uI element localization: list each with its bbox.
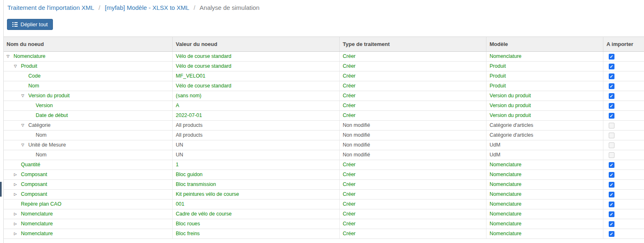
node-value: 001 <box>176 201 185 207</box>
tree-indent <box>7 156 29 156</box>
expand-node-icon[interactable]: ▷ <box>14 221 21 227</box>
table-row: ▷ComposantBloc transmissionCréerNomencla… <box>3 180 644 190</box>
table-row: ▷ComposantBloc guidonCréerNomenclature✓ <box>3 170 644 180</box>
node-name-cell: Nom <box>3 150 172 160</box>
treatment-type: Créer <box>343 112 356 118</box>
expand-node-icon[interactable]: ▷ <box>14 211 21 217</box>
import-checkbox[interactable]: ✓ <box>609 162 614 168</box>
node-name-cell: ▽Produit <box>3 62 172 71</box>
import-checkbox[interactable]: ✓ <box>609 73 614 79</box>
node-name-cell: ▽Unité de Mesure <box>3 140 172 150</box>
treatment-type: Créer <box>343 73 356 79</box>
node-name: Catégorie <box>28 122 50 128</box>
model-cell: Version du produit <box>486 91 603 101</box>
import-checkbox[interactable]: ✓ <box>609 182 614 188</box>
import-cell: ✓ <box>603 190 644 199</box>
tree-indent <box>7 195 14 196</box>
node-value-cell: Vélo de course standard <box>172 62 339 71</box>
node-value: Vélo de course standard <box>176 53 232 59</box>
node-value: UN <box>176 142 183 148</box>
node-name-cell: ▷Nomenclature <box>3 209 172 219</box>
node-name-cell: ▽Version du produit <box>3 91 172 101</box>
node-name: Quantité <box>21 162 40 167</box>
import-checkbox <box>609 123 614 128</box>
import-cell: ✓ <box>603 81 644 91</box>
import-checkbox[interactable]: ✓ <box>609 221 614 227</box>
expand-node-icon[interactable]: ▷ <box>14 231 21 237</box>
tree-indent <box>7 67 14 68</box>
treatment-type: Créer <box>343 93 356 99</box>
import-checkbox[interactable]: ✓ <box>609 211 614 217</box>
tree-indent <box>7 225 14 225</box>
node-value-cell: 1 <box>172 160 339 170</box>
import-checkbox[interactable]: ✓ <box>609 54 614 60</box>
model: Catégorie d'articles <box>490 132 534 138</box>
collapse-node-icon[interactable]: ▽ <box>21 122 28 128</box>
import-cell <box>603 121 644 131</box>
import-checkbox[interactable]: ✓ <box>609 172 614 178</box>
import-checkbox[interactable]: ✓ <box>609 93 614 99</box>
tree-indent <box>7 186 14 186</box>
node-name-cell: Date de début <box>3 111 172 121</box>
import-checkbox[interactable]: ✓ <box>609 103 614 109</box>
table-body: ▽NomenclatureVélo de course standardCrée… <box>3 52 644 239</box>
collapse-node-icon[interactable]: ▽ <box>21 93 28 99</box>
node-name-cell: Code <box>3 71 172 81</box>
treatment-type: Créer <box>343 53 356 59</box>
model: Nomenclature <box>490 221 522 227</box>
model: UdM <box>490 152 500 158</box>
model: Nomenclature <box>490 211 522 217</box>
expand-node-icon[interactable]: ▷ <box>14 191 21 197</box>
model-cell: UdM <box>486 150 603 160</box>
import-checkbox[interactable]: ✓ <box>609 83 614 89</box>
breadcrumb-link-import-processing[interactable]: Traitement de l'importation XML <box>7 4 94 11</box>
model: Catégorie d'articles <box>490 122 534 128</box>
import-checkbox <box>609 133 614 138</box>
expand-node-icon[interactable]: ▷ <box>14 181 21 188</box>
expand-all-button[interactable]: Déplier tout <box>7 19 53 30</box>
treatment-type-cell: Créer <box>339 219 486 229</box>
treatment-type-cell: Créer <box>339 199 486 209</box>
collapse-node-icon[interactable]: ▽ <box>7 53 14 60</box>
node-name: Nomenclature <box>21 221 53 227</box>
node-value-cell: 001 <box>172 199 339 209</box>
table-row: ▷NomenclatureBloc freinsCréerNomenclatur… <box>3 229 644 239</box>
import-checkbox[interactable]: ✓ <box>609 192 614 197</box>
node-name: Nomenclature <box>21 231 53 236</box>
treatment-type-cell: Créer <box>339 170 486 180</box>
collapse-node-icon[interactable]: ▽ <box>21 142 28 148</box>
node-name: Version du produit <box>28 93 70 99</box>
node-name-cell: Version <box>3 101 172 111</box>
tree-indent <box>7 235 14 235</box>
model: Nomenclature <box>490 191 522 197</box>
table-header-row: Nom du noeud Valeur du noeud Type de tra… <box>3 37 644 52</box>
model: Produit <box>490 73 506 79</box>
expand-node-icon[interactable]: ▷ <box>14 172 21 178</box>
model: Nomenclature <box>490 172 522 177</box>
import-cell: ✓ <box>603 199 644 209</box>
table-row: CodeMF_VELO01CréerProduit✓ <box>3 71 644 81</box>
treatment-type-cell: Créer <box>339 91 486 101</box>
treatment-type-cell: Créer <box>339 229 486 239</box>
import-cell: ✓ <box>603 209 644 219</box>
model-cell: Nomenclature <box>486 160 603 170</box>
node-value: 2022-07-01 <box>176 112 202 118</box>
node-value: Bloc guidon <box>176 172 203 177</box>
import-cell <box>603 131 644 140</box>
collapse-node-icon[interactable]: ▽ <box>14 63 21 69</box>
node-value: UN <box>176 152 183 158</box>
tree-indent <box>7 107 29 107</box>
import-checkbox[interactable]: ✓ <box>609 202 614 207</box>
treatment-type: Non modifié <box>343 142 370 148</box>
node-name-cell: ▷Nomenclature <box>3 219 172 229</box>
node-value-cell: Bloc guidon <box>172 170 339 180</box>
table-row: VersionACréerVersion du produit✓ <box>3 101 644 111</box>
breadcrumb-link-model[interactable]: [myfab] Modèle - XLSX to XML <box>105 4 189 11</box>
import-checkbox[interactable]: ✓ <box>609 113 614 119</box>
tree-indent <box>7 97 21 97</box>
import-cell <box>603 150 644 160</box>
import-checkbox[interactable]: ✓ <box>609 231 614 237</box>
import-checkbox <box>609 152 614 158</box>
node-value: Kit peintures vélo de course <box>176 191 239 197</box>
import-checkbox[interactable]: ✓ <box>609 64 614 69</box>
